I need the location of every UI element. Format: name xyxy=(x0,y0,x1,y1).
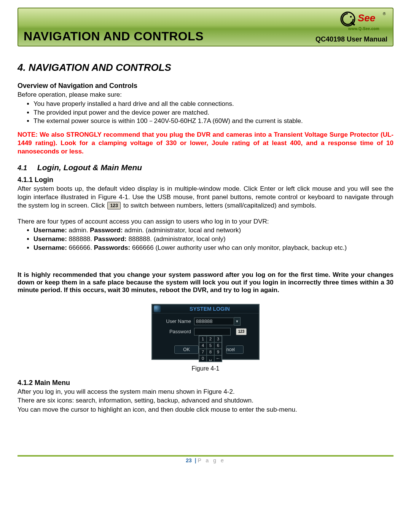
section-name: Login, Logout & Main Menu xyxy=(37,163,142,172)
keypad-key[interactable]: 1 xyxy=(199,336,207,342)
system-login-dialog: SYSTEM LOGIN User Name 888888 ▼ Password… xyxy=(151,304,260,360)
section-number: 4.1 xyxy=(18,164,35,172)
svg-point-2 xyxy=(350,16,352,18)
dialog-icon xyxy=(154,305,161,312)
overview-bullets: You have properly installed a hard drive… xyxy=(18,100,393,125)
logo-url: www.Q-See.com xyxy=(348,27,379,31)
keypad-key[interactable]: 9 xyxy=(214,349,222,355)
password-label: Password xyxy=(158,329,194,334)
header-title: NAVIGATION AND CONTROLS xyxy=(24,29,315,43)
username-input[interactable]: 888888 xyxy=(194,318,234,325)
figure-4-1: SYSTEM LOGIN User Name 888888 ▼ Password… xyxy=(18,304,393,379)
page-number: 23 xyxy=(186,457,192,463)
list-item: You have properly installed a hard drive… xyxy=(33,100,393,108)
note-warning: NOTE: We also STRONGLY recommend that yo… xyxy=(18,131,393,155)
accounts-list: Username: admin. Password: admin. (admin… xyxy=(18,226,393,252)
keypad-123-icon: 123 xyxy=(107,202,121,209)
keypad-key[interactable]: 6 xyxy=(214,342,222,349)
list-item: Username: 666666. Passwords: 666666 (Low… xyxy=(33,244,393,252)
keypad-key[interactable]: 7 xyxy=(199,349,207,355)
list-item: Username: admin. Password: admin. (admin… xyxy=(33,226,393,235)
overview-heading: Overview of Navigation and Controls xyxy=(18,82,393,90)
section-4-1-title: 4.1 Login, Logout & Main Menu xyxy=(18,163,393,172)
ok-button[interactable]: OK xyxy=(174,345,199,354)
username-label: User Name xyxy=(158,318,194,324)
cancel-button[interactable]: ncel xyxy=(226,345,244,354)
dialog-title: SYSTEM LOGIN xyxy=(161,306,259,312)
keypad-key[interactable]: 8 xyxy=(207,349,214,355)
password-input[interactable] xyxy=(194,328,231,335)
mainmenu-line-3: You can move the cursor to highlight an … xyxy=(18,406,393,414)
page-label: P a g e xyxy=(198,457,225,463)
figure-caption: Figure 4-1 xyxy=(192,365,220,372)
keypad-key[interactable]: 4 xyxy=(199,342,207,349)
accounts-intro: There are four types of account access y… xyxy=(18,217,393,226)
keypad-toggle-icon[interactable]: 123 xyxy=(236,328,247,335)
qsee-logo: See ® www.Q-See.com xyxy=(339,11,388,31)
password-recommendation: It is highly recommended that you change… xyxy=(18,271,393,294)
keypad-key[interactable]: 0 xyxy=(199,355,207,362)
keypad-key[interactable]: 3 xyxy=(214,336,222,342)
mainmenu-line-1: After you log in, you will access the sy… xyxy=(18,388,393,396)
keypad-key[interactable]: 2 xyxy=(207,336,214,342)
chapter-title: 4. NAVIGATION AND CONTROLS xyxy=(18,62,393,73)
list-item: Username: 888888. Password: 888888. (adm… xyxy=(33,235,393,243)
subsection-mainmenu-heading: 4.1.2 Main Menu xyxy=(18,379,393,387)
keypad-space-icon[interactable]: ␣ xyxy=(207,355,214,362)
virtual-keypad[interactable]: 1 2 3 4 5 6 7 8 9 0 ␣ ← xyxy=(199,335,222,362)
list-item: The provided input power and the device … xyxy=(33,109,393,117)
subsection-login-heading: 4.1.1 Login xyxy=(18,176,393,184)
svg-text:®: ® xyxy=(383,12,386,16)
login-para-text-b: to switch between numbers, letters (smal… xyxy=(123,202,316,209)
overview-intro: Before operation, please make sure: xyxy=(18,91,393,99)
username-dropdown-button[interactable]: ▼ xyxy=(234,317,241,326)
keypad-backspace-icon[interactable]: ← xyxy=(214,355,222,362)
page-footer: 23 | P a g e xyxy=(18,457,393,463)
header-product: QC40198 User Manual xyxy=(315,35,387,43)
dialog-titlebar: SYSTEM LOGIN xyxy=(152,305,259,313)
list-item: The external power source is within 100－… xyxy=(33,117,393,125)
svg-text:See: See xyxy=(358,12,375,24)
page-header: NAVIGATION AND CONTROLS QC40198 User Man… xyxy=(18,8,393,46)
mainmenu-line-2: There are six icons: search, information… xyxy=(18,396,393,405)
login-paragraph-1: After system boots up, the default video… xyxy=(18,185,393,209)
keypad-key[interactable]: 5 xyxy=(207,342,214,349)
